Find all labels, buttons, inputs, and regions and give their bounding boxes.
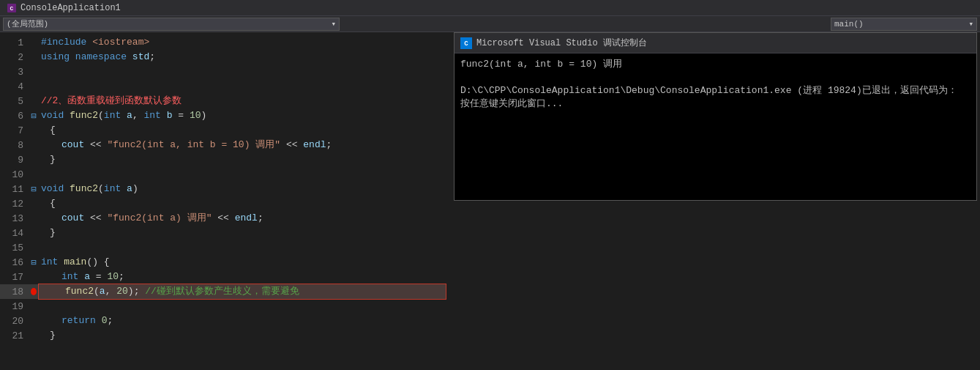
code-lines: 1 #include <iostream> 2 using namespace …	[0, 32, 446, 346]
console-output-1: func2(int a, int b = 10) 调用	[460, 58, 970, 71]
table-row: 17 int a = 10;	[0, 270, 446, 284]
table-row: 8 cout << "func2(int a, int b = 10) 调用" …	[0, 138, 446, 152]
table-row: 16 ⊟ int main() {	[0, 255, 446, 270]
table-row: 14 }	[0, 226, 446, 240]
svg-text:C: C	[10, 5, 14, 12]
table-row: 3	[0, 64, 446, 79]
table-row: 4	[0, 79, 446, 94]
table-row: 9 }	[0, 152, 446, 167]
table-row: 2 using namespace std;	[0, 50, 446, 64]
table-row: 21 }	[0, 328, 446, 343]
console-title: Microsoft Visual Studio 调试控制台	[476, 37, 647, 49]
nav-bar: (全局范围) ▾ main() ▾	[0, 16, 980, 32]
table-row: 10	[0, 167, 446, 182]
console-icon: C	[460, 37, 472, 49]
table-row: 7 {	[0, 123, 446, 138]
console-output-2	[460, 71, 970, 84]
table-row: 1 #include <iostream>	[0, 35, 446, 50]
app-icon: C	[6, 2, 18, 14]
table-row: 15	[0, 240, 446, 255]
table-row: 6 ⊟ void func2(int a, int b = 10)	[0, 108, 446, 123]
console-window: C Microsoft Visual Studio 调试控制台 func2(in…	[454, 32, 977, 201]
breakpoint-dot	[31, 288, 37, 295]
table-row: 18 func2(a, 20); //碰到默认参数产生歧义，需要避免	[0, 284, 446, 299]
title-bar: C ConsoleApplication1	[0, 0, 980, 16]
code-editor[interactable]: 1 #include <iostream> 2 using namespace …	[0, 32, 446, 370]
window-title: ConsoleApplication1	[20, 3, 121, 13]
table-row: 12 {	[0, 196, 446, 211]
console-output-4: 按任意键关闭此窗口...	[460, 97, 970, 111]
func-dropdown[interactable]: main() ▾	[831, 18, 977, 31]
scope-dropdown[interactable]: (全局范围) ▾	[3, 18, 340, 31]
main-content: 1 #include <iostream> 2 using namespace …	[0, 32, 980, 370]
table-row: 19	[0, 299, 446, 314]
svg-text:C: C	[464, 40, 468, 48]
table-row: 5 //2、函数重载碰到函数默认参数	[0, 94, 446, 108]
table-row: 13 cout << "func2(int a) 调用" << endl;	[0, 211, 446, 226]
console-body: func2(int a, int b = 10) 调用 D:\C\CPP\Con…	[455, 53, 976, 200]
console-title-bar: C Microsoft Visual Studio 调试控制台	[455, 33, 976, 53]
console-output-3: D:\C\CPP\ConsoleApplication1\Debug\Conso…	[460, 84, 970, 97]
table-row: 20 return 0;	[0, 314, 446, 328]
table-row: 11 ⊟ void func2(int a)	[0, 182, 446, 196]
